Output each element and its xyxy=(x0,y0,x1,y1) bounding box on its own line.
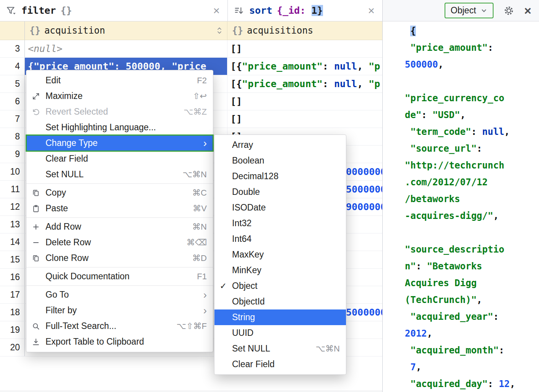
filter-value[interactable]: {} xyxy=(60,5,72,16)
text-segment: 9000000 xyxy=(346,201,382,212)
cell-acquisitions[interactable]: [] xyxy=(227,40,382,57)
close-icon[interactable]: × xyxy=(524,5,533,17)
menu-item-export-table-to-clipboard[interactable]: Export Table to Clipboard xyxy=(26,334,213,350)
menu-item-clear-field[interactable]: Clear Field xyxy=(26,151,213,167)
cell-acquisitions[interactable]: [{"price_amount": null, "p xyxy=(227,58,382,75)
text-segment: , xyxy=(504,126,510,137)
cell-acquisitions[interactable]: [{"price_amount": null, "p xyxy=(227,75,382,92)
text-segment: 0000000 xyxy=(346,166,382,177)
menu-item-string[interactable]: String xyxy=(214,309,346,325)
json-editor[interactable]: { "price_amount":500000,"price_currency_… xyxy=(383,22,539,392)
menu-item-label: Array xyxy=(232,140,340,150)
menu-item-quick-documentation[interactable]: Quick DocumentationF1 xyxy=(26,269,213,284)
sort-expression[interactable]: {_id: 1} xyxy=(277,5,323,16)
menu-item-edit[interactable]: EditF2 xyxy=(26,73,213,88)
menu-item-label: ObjectId xyxy=(232,296,340,307)
menu-item-minkey[interactable]: MinKey xyxy=(214,262,346,278)
gear-icon[interactable] xyxy=(503,5,514,16)
menu-item-decimal128[interactable]: Decimal128 xyxy=(214,168,346,184)
menu-item-label: Set NULL xyxy=(232,343,305,354)
menu-item-array[interactable]: Array xyxy=(214,137,346,153)
menu-item-change-type[interactable]: Change Type› xyxy=(26,135,213,151)
row-number[interactable]: 15 xyxy=(0,251,25,268)
object-braces-icon: {} xyxy=(29,25,41,36)
text-segment: : xyxy=(499,345,504,356)
text-segment: [] xyxy=(231,113,242,125)
row-number[interactable]: 17 xyxy=(0,286,25,303)
column-sort-icon[interactable] xyxy=(216,26,222,36)
row-number[interactable]: 8 xyxy=(0,128,25,145)
filter-bar[interactable]: filter {} × xyxy=(0,0,228,21)
menu-item-int64[interactable]: Int64 xyxy=(214,231,346,247)
text-segment: "price_amount" xyxy=(242,61,323,72)
menu-item-go-to[interactable]: Go To› xyxy=(26,287,213,303)
menu-item-add-row[interactable]: Add Row⌘N xyxy=(26,219,213,235)
cell-acquisitions[interactable]: [] xyxy=(227,110,382,128)
row-number[interactable]: 19 xyxy=(0,321,25,339)
submenu-arrow-icon: › xyxy=(203,305,207,316)
json-line: 2012, xyxy=(405,325,537,342)
column-header-acquisition[interactable]: {} acquisition xyxy=(25,21,227,40)
menu-item-paste[interactable]: Paste⌘V xyxy=(26,201,213,216)
row-number[interactable]: 14 xyxy=(0,233,25,251)
row-number[interactable]: 18 xyxy=(0,304,25,321)
sort-bar[interactable]: sort {_id: 1} × xyxy=(228,0,382,21)
text-segment: Acquires Digg xyxy=(405,278,477,288)
maximize-icon xyxy=(26,92,45,100)
menu-item-set-null[interactable]: Set NULL⌥⌘N xyxy=(26,167,213,182)
row-number[interactable]: 11 xyxy=(0,181,25,198)
sort-expression-prefix: {_id: xyxy=(277,5,311,16)
filter-close-icon[interactable]: × xyxy=(209,5,224,16)
cell-acquisition[interactable]: <null> xyxy=(25,40,227,57)
row-number[interactable]: 3 xyxy=(0,40,25,57)
cell-acquisitions[interactable]: [] xyxy=(227,93,382,110)
json-line: "acquired_day": 12, xyxy=(405,376,537,392)
text-segment: : xyxy=(416,261,427,272)
column-header-acquisitions[interactable]: {} acquisitions xyxy=(227,21,382,40)
menu-item-double[interactable]: Double xyxy=(214,184,346,200)
menu-item-maxkey[interactable]: MaxKey xyxy=(214,247,346,262)
sort-expression-selected: 1} xyxy=(312,5,323,16)
menu-item-copy[interactable]: Copy⌘C xyxy=(26,185,213,201)
text-segment: /betaworks xyxy=(405,194,460,204)
menu-item-maximize[interactable]: Maximize⇧↩ xyxy=(26,88,213,104)
menu-item-filter-by[interactable]: Filter by› xyxy=(26,303,213,318)
menu-item-int32[interactable]: Int32 xyxy=(214,215,346,231)
menu-item-label: Full-Text Search... xyxy=(45,321,166,331)
menu-item-isodate[interactable]: ISODate xyxy=(214,200,346,215)
menu-item-object[interactable]: ✓Object xyxy=(214,278,346,294)
menu-item-delete-row[interactable]: Delete Row⌘⌫ xyxy=(26,235,213,250)
row-number[interactable]: 13 xyxy=(0,216,25,233)
text-segment: "acquired_day" xyxy=(410,379,487,389)
menu-item-boolean[interactable]: Boolean xyxy=(214,153,346,168)
row-number[interactable]: 9 xyxy=(0,146,25,163)
text-segment: : xyxy=(493,311,498,322)
menu-item-uuid[interactable]: UUID xyxy=(214,325,346,341)
plus-icon xyxy=(26,223,45,231)
row-number[interactable]: 7 xyxy=(0,110,25,128)
row-number[interactable]: 16 xyxy=(0,269,25,286)
menu-item-set-highlighting-language[interactable]: Set Highlighting Language... xyxy=(26,120,213,135)
menu-item-revert-selected: Revert Selected⌥⌘Z xyxy=(26,104,213,120)
menu-item-full-text-search[interactable]: Full-Text Search...⌥⇧⌘F xyxy=(26,318,213,334)
row-number[interactable]: 5 xyxy=(0,75,25,92)
text-segment xyxy=(405,26,410,36)
type-selector[interactable]: Object xyxy=(445,3,494,18)
menu-item-label: Set NULL xyxy=(45,169,172,180)
row-number[interactable]: 20 xyxy=(0,339,25,356)
menu-item-objectid[interactable]: ObjectId xyxy=(214,294,346,309)
menu-shortcut: ⌥⌘N xyxy=(183,170,207,180)
row-number[interactable]: 10 xyxy=(0,163,25,180)
text-segment: "term_code" xyxy=(410,126,471,137)
text-segment: (TechCrunch)" xyxy=(405,295,477,305)
menu-item-clear-field[interactable]: Clear Field xyxy=(214,356,346,372)
menu-item-set-null[interactable]: Set NULL⌥⌘N xyxy=(214,341,346,356)
sort-close-icon[interactable]: × xyxy=(364,5,378,16)
row-number[interactable]: 12 xyxy=(0,198,25,215)
row-number[interactable]: 4 xyxy=(0,58,25,75)
text-segment: 500000 xyxy=(405,59,438,70)
json-line: de": "USD", xyxy=(405,107,537,123)
value-editor-header: Object × xyxy=(383,0,539,21)
row-number[interactable]: 6 xyxy=(0,93,25,110)
menu-item-clone-row[interactable]: Clone Row⌘D xyxy=(26,250,213,266)
